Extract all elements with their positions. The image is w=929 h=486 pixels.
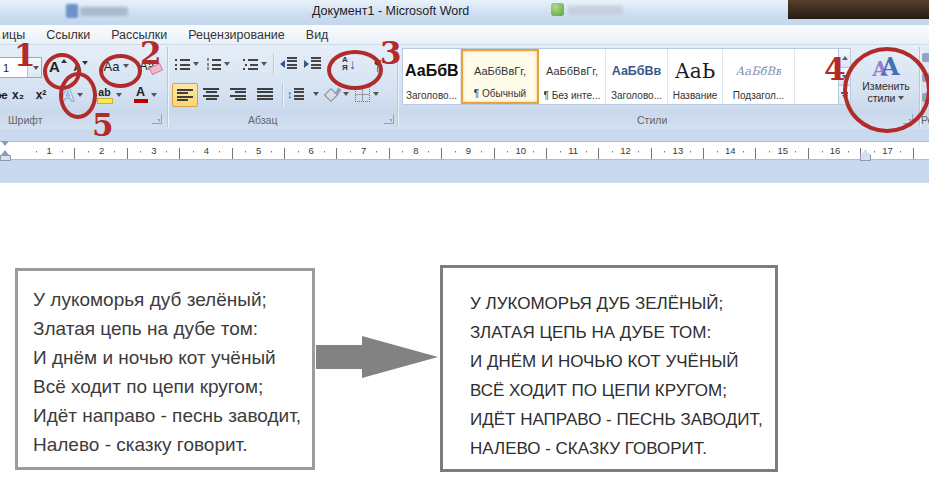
poem-line: Всё ходит по цепи кругом; (33, 372, 312, 401)
superscript-button[interactable]: х² (31, 85, 51, 105)
chevron-down-icon (193, 62, 199, 66)
find-icon[interactable] (922, 53, 929, 62)
ruler-number: 14 (704, 142, 756, 159)
font-color-button[interactable]: А (130, 85, 160, 105)
background-app-icon (551, 3, 564, 16)
styles-gallery: АаБбВв Заголово... АаБбВвГг, ¶ Обычный А… (402, 48, 851, 105)
poem-line-uppercase: У ЛУКОМОРЬЯ ДУБ ЗЕЛЁНЫЙ; (470, 289, 775, 318)
ruler-number: 11 (547, 142, 599, 159)
style-name: ¶ Без инте... (544, 90, 601, 101)
bullet-list-icon (175, 58, 190, 70)
document-area: У лукоморья дуб зелёный;Златая цепь на д… (0, 183, 929, 486)
poem-line: Златая цепь на дубе том: (33, 314, 312, 343)
style-name: Заголово... (611, 90, 662, 101)
annotation-number-4: 4 (824, 54, 846, 85)
align-center-icon (203, 88, 219, 100)
style-card[interactable]: АаБбВвГг, ¶ Обычный (461, 49, 539, 104)
multilevel-list-button[interactable] (242, 55, 268, 73)
style-preview: АаБбВвГг, (474, 54, 526, 88)
paint-bucket-icon (324, 88, 340, 101)
ruler-number: 13 (652, 142, 704, 159)
group-separator (167, 47, 168, 127)
font-color-icon: А (134, 87, 148, 103)
ruler-number: 12 (599, 142, 651, 159)
poem-line-uppercase: И ДНЁМ И НОЧЬЮ КОТ УЧЁНЫЙ (470, 347, 775, 376)
ruler-number: 16 (809, 142, 861, 159)
style-card[interactable]: АаБбВв Заголово... (606, 49, 668, 104)
style-preview: АаБбВвГг, (546, 52, 598, 90)
background-app-blur (568, 6, 623, 15)
background-window-fragment (788, 0, 929, 19)
ruler-number: 6 (285, 142, 337, 159)
line-spacing-icon: ↕ (287, 87, 310, 101)
style-name: Подзагол... (733, 90, 784, 101)
decrease-indent-icon (280, 57, 297, 70)
subscript-icon: х₂ (12, 88, 24, 102)
quick-access-icon[interactable] (66, 4, 78, 18)
arrow-down-icon (82, 61, 88, 65)
paragraph-group-label: Абзац (248, 114, 277, 126)
ribbon-tab[interactable]: Ссылки (46, 28, 90, 42)
subscript-button[interactable]: х₂ (8, 85, 28, 105)
font-dialog-launcher[interactable] (152, 114, 162, 124)
ruler-number: 7 (337, 142, 389, 159)
style-preview: АаБбВв (405, 52, 458, 90)
highlight-color-button[interactable]: ab (92, 85, 126, 105)
align-right-icon (230, 88, 246, 100)
bullets-button[interactable] (174, 55, 200, 73)
style-card[interactable]: АаБбВвГг, ¶ Без инте... (539, 49, 606, 104)
annotation-number-2: 2 (140, 38, 162, 69)
font-group-label: Шрифт (8, 114, 43, 126)
ruler-number: 9 (442, 142, 494, 159)
increase-indent-button[interactable] (302, 54, 322, 72)
chevron-down-icon (151, 93, 157, 97)
style-preview: АаБбВв (612, 52, 662, 90)
style-card[interactable]: АаЬ Название (668, 49, 723, 104)
left-indent-marker[interactable] (0, 155, 11, 161)
ruler-number: 1 (23, 142, 75, 159)
horizontal-ruler: 1234567891011121314151617 (0, 141, 929, 160)
align-left-button[interactable] (172, 83, 198, 107)
chevron-down-icon (261, 62, 267, 66)
style-preview: АаЬ (675, 52, 716, 90)
justify-button[interactable] (253, 83, 277, 105)
ruler-number: 10 (495, 142, 547, 159)
multilevel-list-icon (243, 58, 258, 70)
chevron-down-icon (116, 93, 122, 97)
align-left-icon (177, 89, 193, 101)
annotation-circle-4 (843, 47, 929, 133)
ruler-number: 15 (756, 142, 808, 159)
ribbon-tab[interactable]: Рецензирование (188, 28, 285, 42)
strikethrough-icon: abc (0, 89, 7, 101)
decrease-indent-button[interactable] (278, 54, 298, 72)
ruler-number: 2 (75, 142, 127, 159)
style-card[interactable]: АаБбВв Заголово... (403, 49, 461, 104)
first-line-indent-marker[interactable] (1, 141, 9, 146)
numbering-button[interactable] (205, 55, 231, 73)
text-before-box: У лукоморья дуб зелёный;Златая цепь на д… (15, 268, 315, 470)
poem-line-uppercase: ИДЁТ НАПРАВО - ПЕСНЬ ЗАВОДИТ, (470, 405, 775, 434)
small-separator (273, 53, 274, 75)
chevron-down-icon (343, 92, 349, 96)
justify-icon (257, 88, 273, 100)
text-after-box: У ЛУКОМОРЬЯ ДУБ ЗЕЛЁНЫЙ;ЗЛАТАЯ ЦЕПЬ НА Д… (440, 265, 778, 472)
align-center-button[interactable] (199, 83, 223, 105)
screenshot-root: Документ1 - Microsoft Word ицыСсылкиРасс… (0, 0, 929, 486)
line-spacing-button[interactable]: ↕ (287, 83, 319, 105)
ribbon-tab[interactable]: Вид (306, 28, 329, 42)
chevron-down-icon (313, 92, 319, 96)
align-right-button[interactable] (226, 83, 250, 105)
chevron-down-icon (373, 92, 379, 96)
poem-line: Идёт направо - песнь заводит, (33, 401, 312, 430)
quick-access-blur (80, 7, 128, 16)
style-card[interactable]: АаБбВв Подзагол... (723, 49, 795, 104)
style-name: Заголово... (406, 90, 457, 101)
ruler-zone: 1234567891011121314151617 (0, 129, 929, 183)
paragraph-dialog-launcher[interactable] (384, 114, 394, 124)
ruler-number: 3 (128, 142, 180, 159)
annotation-circle-2 (99, 54, 142, 88)
poem-line: У лукоморья дуб зелёный; (33, 285, 312, 314)
font-size-value: 1 (3, 62, 9, 74)
ruler-number: 8 (390, 142, 442, 159)
style-preview: АаБбВв (736, 52, 782, 90)
